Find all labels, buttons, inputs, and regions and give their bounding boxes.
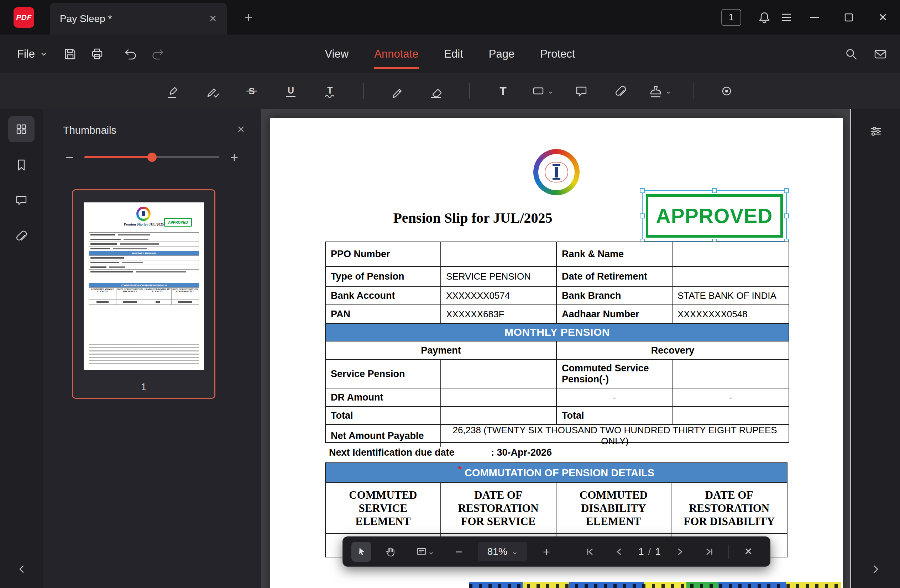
sticky-note-tool-button[interactable]: [569, 79, 593, 103]
print-button[interactable]: [87, 44, 107, 64]
maximize-button[interactable]: [832, 0, 866, 34]
tab-annotate[interactable]: Annotate: [374, 34, 418, 73]
shape-tool-button[interactable]: ⌄: [531, 83, 554, 99]
next-page-button[interactable]: [670, 542, 690, 562]
undo-button[interactable]: [120, 44, 141, 64]
zoom-in-button[interactable]: +: [537, 542, 556, 562]
undo-icon: [123, 46, 138, 62]
pencil-icon: [389, 83, 405, 99]
page-thumbnail[interactable]: Pension Slip for JUL/2025 APPROVED MONTH…: [72, 189, 216, 399]
selection-handle[interactable]: [640, 188, 645, 193]
zoom-level-dropdown[interactable]: 81% ⌄: [478, 542, 527, 561]
slider-plus-button[interactable]: +: [228, 150, 241, 164]
last-page-button[interactable]: [699, 542, 719, 562]
cell-value: [441, 360, 557, 388]
expand-right-panel-button[interactable]: [852, 563, 900, 575]
focus-dot-icon: [719, 83, 734, 99]
page-indicator[interactable]: 1 / 1: [638, 546, 661, 557]
thumbnail-size-slider[interactable]: [84, 156, 219, 158]
plus-icon: +: [543, 546, 550, 558]
slider-thumb[interactable]: [147, 153, 157, 162]
pdf-page[interactable]: Pension Slip for JUL/2025 APPROVED PPO N…: [270, 118, 843, 588]
table-row: Bank Account XXXXXXX0574 Bank Branch STA…: [326, 287, 788, 305]
main-menu-button[interactable]: [775, 0, 798, 34]
underline-tool-button[interactable]: U: [279, 79, 303, 103]
close-toolbar-button[interactable]: ✕: [739, 542, 758, 562]
sidebar-attachments-button[interactable]: [8, 223, 34, 249]
first-page-button[interactable]: [580, 542, 600, 562]
previous-page-button[interactable]: [609, 542, 629, 562]
cell-label: Commuted Service Pension(-): [557, 360, 672, 388]
highlight-segment: [523, 582, 569, 588]
new-tab-button[interactable]: +: [238, 0, 259, 34]
hand-tool-button[interactable]: [380, 542, 400, 562]
highlight-tool-button[interactable]: [161, 79, 185, 103]
tab-protect[interactable]: Protect: [540, 34, 575, 73]
view-settings-button[interactable]: [863, 118, 889, 144]
document-viewport[interactable]: Pension Slip for JUL/2025 APPROVED PPO N…: [261, 109, 852, 588]
govt-emblem: [533, 149, 580, 195]
page-fit-button[interactable]: ⌄: [410, 542, 440, 562]
notification-count-badge[interactable]: 1: [721, 9, 741, 26]
select-tool-button[interactable]: [351, 542, 371, 562]
document-tab[interactable]: Pay Sleep * ✕: [50, 3, 227, 34]
collapse-sidebar-button[interactable]: [0, 563, 43, 575]
stamp-tool-button[interactable]: ⌄: [648, 83, 672, 99]
selection-handle[interactable]: [784, 188, 789, 193]
sidebar-thumbnails-button[interactable]: [8, 116, 34, 142]
table-row: Service Pension Commuted Service Pension…: [326, 360, 788, 388]
search-button[interactable]: [841, 44, 861, 64]
text-comment-tool-button[interactable]: T: [491, 79, 515, 103]
chevron-left-icon: [613, 546, 625, 558]
table-row: Payment Recovery: [326, 342, 788, 360]
feedback-button[interactable]: [870, 44, 891, 64]
minimize-button[interactable]: [798, 0, 832, 34]
commutation-col-header: DATE OF RESTORATION FOR DISABILITY: [672, 483, 787, 533]
zoom-out-button[interactable]: −: [449, 542, 469, 562]
selection-handle[interactable]: [712, 188, 717, 193]
tab-edit[interactable]: Edit: [444, 34, 463, 73]
strikethrough-tool-button[interactable]: S: [240, 79, 264, 103]
redo-button[interactable]: [147, 44, 168, 64]
close-window-button[interactable]: ✕: [866, 0, 900, 34]
selection-handle[interactable]: [784, 214, 789, 218]
approved-stamp-selection[interactable]: APPROVED: [642, 190, 787, 241]
cell-value: -: [672, 388, 788, 406]
file-menu[interactable]: File: [0, 48, 48, 60]
tab-view[interactable]: View: [325, 34, 349, 73]
pen-markup-tool-button[interactable]: [201, 79, 224, 103]
mini-info-table: MONTHLY PENSION: [88, 232, 199, 274]
cell-label: Rank & Name: [557, 242, 672, 266]
sidebar-bookmarks-button[interactable]: [8, 152, 34, 178]
bell-icon: [757, 9, 772, 25]
save-icon: [62, 46, 78, 62]
chevron-down-icon: ⌄: [512, 548, 518, 556]
attachment-tool-button[interactable]: [609, 79, 632, 103]
hand-icon: [384, 545, 397, 558]
commutation-column-headers: COMMUTED SERVICE ELEMENT DATE OF RESTORA…: [326, 483, 787, 534]
cell-value: [672, 360, 788, 388]
pencil-tool-button[interactable]: [385, 79, 409, 103]
close-icon: ✕: [744, 547, 752, 557]
save-button[interactable]: [60, 44, 81, 64]
commutation-header-text: COMMUTATION OF PENSION DETAILS: [465, 467, 654, 479]
maximize-icon: [841, 9, 857, 25]
close-panel-icon[interactable]: ✕: [237, 124, 245, 135]
squiggly-underline-tool-button[interactable]: T: [318, 79, 342, 103]
hamburger-icon: [779, 9, 794, 25]
emblem-arc: [545, 173, 568, 183]
next-identification-value: : 30-Apr-2026: [491, 447, 552, 458]
focus-annotate-tool-button[interactable]: [715, 79, 739, 103]
tab-close-icon[interactable]: ✕: [209, 13, 217, 24]
shape-rectangle-icon: [531, 83, 546, 99]
approved-stamp[interactable]: APPROVED: [646, 194, 783, 238]
page-separator: /: [648, 546, 651, 557]
slider-minus-button[interactable]: −: [63, 150, 76, 164]
selection-handle[interactable]: [640, 214, 645, 218]
highlight-segment: [569, 582, 644, 588]
tab-page[interactable]: Page: [489, 34, 514, 73]
eraser-tool-button[interactable]: [424, 79, 448, 103]
thumbnails-grid-icon: [14, 121, 29, 137]
sidebar-comments-button[interactable]: [8, 187, 34, 214]
bell-button[interactable]: [753, 0, 775, 34]
